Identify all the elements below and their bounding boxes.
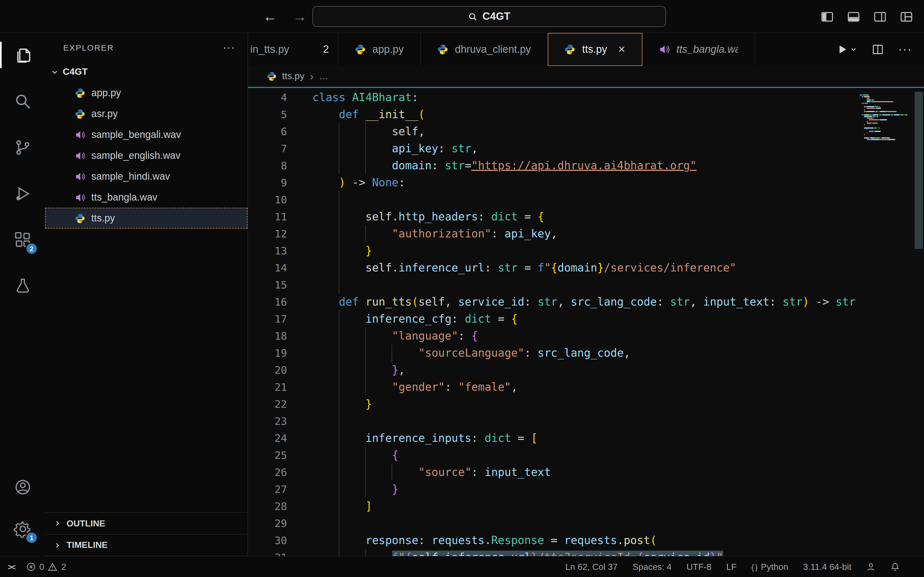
code-line-11[interactable]: 11 self.http_headers: dict = { [248, 208, 858, 225]
tab-tts.py[interactable]: tts.py× [548, 33, 642, 66]
line-number[interactable]: 28 [248, 498, 312, 515]
status-python-interpreter[interactable]: 3.11.4 64-bit [803, 562, 851, 572]
nav-back-button[interactable]: ← [263, 8, 277, 25]
line-number[interactable]: 12 [248, 225, 312, 242]
code-line-7[interactable]: 7 api_key: str, [248, 140, 858, 157]
code-line-28[interactable]: 28 ] [248, 498, 858, 515]
code-line-29[interactable]: 29 [248, 515, 858, 532]
toggle-panel-icon[interactable] [847, 10, 860, 23]
line-number[interactable]: 8 [248, 157, 312, 174]
customize-layout-icon[interactable] [900, 10, 913, 23]
line-number[interactable]: 11 [248, 208, 312, 225]
code-line-21[interactable]: 21 "gender": "female", [248, 379, 858, 396]
code-line-20[interactable]: 20 }, [248, 362, 858, 379]
command-center-search[interactable]: C4GT [312, 6, 666, 27]
code-line-31[interactable]: 31 f"{self.inference_url}/tts?serviceId=… [248, 549, 858, 556]
status-encoding[interactable]: UTF-8 [687, 562, 711, 572]
code-line-8[interactable]: 8 domain: str="https://api.dhruva.ai4bha… [248, 157, 858, 174]
breadcrumb-symbol[interactable]: … [319, 71, 329, 82]
line-number[interactable]: 5 [248, 106, 312, 123]
line-number[interactable]: 29 [248, 515, 312, 532]
line-number[interactable]: 19 [248, 345, 312, 362]
nav-forward-button[interactable]: → [292, 8, 307, 25]
line-number[interactable]: 21 [248, 379, 312, 396]
code-line-15[interactable]: 15 [248, 276, 858, 293]
split-editor-icon[interactable] [872, 44, 884, 55]
code-line-10[interactable]: 10 [248, 191, 858, 208]
toggle-secondary-sidebar-icon[interactable] [873, 10, 887, 23]
code-line-25[interactable]: 25 { [248, 447, 858, 464]
line-number[interactable]: 7 [248, 140, 312, 157]
line-number[interactable]: 13 [248, 242, 312, 259]
editor-more-actions-icon[interactable]: ··· [898, 42, 912, 56]
code-line-18[interactable]: 18 "language": { [248, 327, 858, 345]
line-number[interactable]: 27 [248, 481, 312, 498]
code-line-4[interactable]: 4class AI4Bharat: [248, 89, 858, 106]
tab-tts_bangla.wav[interactable]: tts_bangla.wav [642, 33, 755, 66]
problems-status[interactable]: 0 2 [26, 562, 66, 572]
code-line-17[interactable]: 17 inference_cfg: dict = { [248, 311, 858, 327]
code-line-23[interactable]: 23 [248, 413, 858, 430]
file-row-asr.py[interactable]: asr.py [45, 103, 247, 124]
line-number[interactable]: 31 [248, 549, 312, 556]
folder-row-c4gt[interactable]: C4GT [45, 61, 247, 82]
file-row-tts_bangla.wav[interactable]: tts_bangla.wav [45, 187, 247, 208]
code-line-14[interactable]: 14 self.inference_url: str = f"{domain}/… [248, 259, 858, 276]
views-more-actions-icon[interactable]: ··· [223, 41, 236, 53]
file-row-sample_english.wav[interactable]: sample_english.wav [45, 145, 247, 166]
line-number[interactable]: 20 [248, 362, 312, 379]
line-number[interactable]: 15 [248, 276, 312, 293]
code-line-5[interactable]: 5 def __init__( [248, 106, 858, 123]
line-number[interactable]: 22 [248, 396, 312, 413]
line-number[interactable]: 14 [248, 259, 312, 276]
line-number[interactable]: 18 [248, 327, 312, 345]
code-line-6[interactable]: 6 self, [248, 123, 858, 140]
minimap[interactable] [858, 89, 914, 556]
line-number[interactable]: 9 [248, 174, 312, 191]
line-number[interactable]: 24 [248, 430, 312, 447]
line-number[interactable]: 16 [248, 293, 312, 311]
run-debug-icon[interactable] [9, 180, 36, 206]
status-feedback[interactable] [866, 562, 876, 572]
code-line-9[interactable]: 9 ) -> None: [248, 174, 858, 191]
code-line-26[interactable]: 26 "source": input_text [248, 464, 858, 481]
line-number[interactable]: 25 [248, 447, 312, 464]
timeline-section[interactable]: TIMELINE [45, 534, 247, 556]
status-notifications[interactable] [890, 562, 900, 572]
line-number[interactable]: 17 [248, 311, 312, 327]
file-row-sample_hindi.wav[interactable]: sample_hindi.wav [45, 166, 247, 187]
remote-indicator[interactable]: >< [8, 562, 14, 572]
code-line-19[interactable]: 19 "sourceLanguage": src_lang_code, [248, 345, 858, 362]
file-row-sample_bengali.wav[interactable]: sample_bengali.wav [45, 124, 247, 145]
code-line-24[interactable]: 24 inference_inputs: dict = [ [248, 430, 858, 447]
toggle-sidebar-icon[interactable] [821, 10, 834, 23]
explorer-icon[interactable] [9, 42, 36, 68]
file-row-app.py[interactable]: app.py [45, 82, 247, 103]
editor-scrollbar[interactable] [914, 89, 924, 556]
code-viewport[interactable]: 4class AI4Bharat:5 def __init__(6 self,7… [248, 88, 924, 556]
close-icon[interactable]: × [618, 44, 625, 55]
file-row-tts.py[interactable]: tts.py [45, 208, 247, 229]
account-icon[interactable] [9, 474, 36, 500]
search-view-icon[interactable] [9, 88, 36, 114]
status-language-mode[interactable]: { }Python [751, 562, 788, 572]
breadcrumb-file[interactable]: tts.py [282, 71, 304, 82]
settings-gear-icon[interactable]: 1 [9, 516, 36, 542]
code-line-27[interactable]: 27 } [248, 481, 858, 498]
line-number[interactable]: 23 [248, 413, 312, 430]
run-python-file-button[interactable] [837, 44, 858, 55]
outline-section[interactable]: OUTLINE [45, 512, 247, 534]
line-number[interactable]: 26 [248, 464, 312, 481]
status-cursor-position[interactable]: Ln 62, Col 37 [565, 562, 618, 572]
line-number[interactable]: 30 [248, 532, 312, 549]
testing-icon[interactable] [9, 272, 36, 299]
scrollbar-thumb[interactable] [915, 92, 923, 249]
line-number[interactable]: 4 [248, 89, 312, 106]
code-line-30[interactable]: 30 response: requests.Response = request… [248, 532, 858, 549]
source-control-icon[interactable] [9, 134, 36, 160]
tab-app.py[interactable]: app.py [338, 33, 421, 66]
code-line-13[interactable]: 13 } [248, 242, 858, 259]
tab-in_tts.py[interactable]: in_tts.py2 [248, 33, 338, 66]
code-line-12[interactable]: 12 "authorization": api_key, [248, 225, 858, 242]
status-eol[interactable]: LF [726, 562, 737, 572]
